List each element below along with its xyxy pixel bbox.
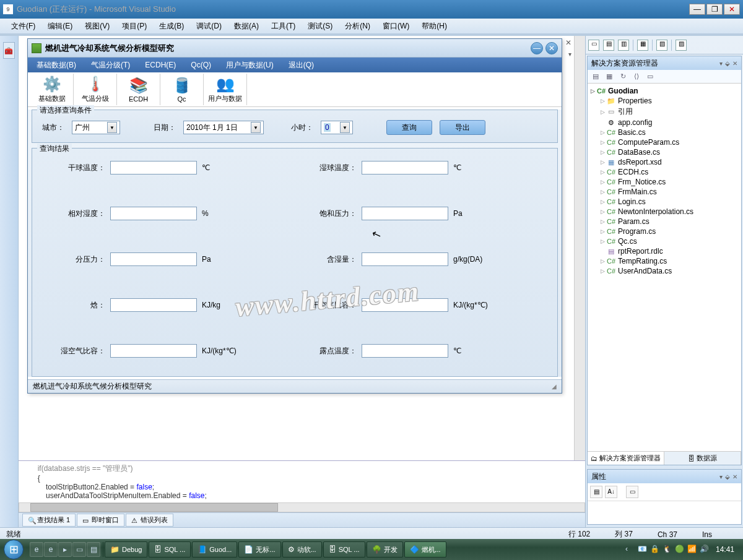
code-editor[interactable]: if(database.strjs == "管理员") { toolStripB… [19,460,585,502]
dropdown-icon[interactable]: ▾ [719,473,723,480]
close-button[interactable]: ✕ [724,4,740,15]
tree-project-node[interactable]: ▷C#Guodian [589,86,740,96]
resize-grip-icon[interactable]: ◢ [552,383,557,390]
tray-icon[interactable]: 📧 [638,545,648,554]
tree-file-node[interactable]: ▷C#ECDH.cs [589,167,740,177]
child-menu-basic-data[interactable]: 基础数据(B) [32,59,81,72]
toolbar-button[interactable]: ▭ [588,40,599,51]
tree-file-node[interactable]: ▷C#NewtonInterpolation.cs [589,207,740,217]
toolbar-button[interactable]: ▨ [676,40,687,51]
child-menu-exit[interactable]: 退出(Q) [284,59,319,72]
toolbar-basic-data[interactable]: ⚙️ 基础数据 [30,74,74,105]
tree-file-node[interactable]: ▷C#Qc.cs [589,236,740,246]
field-input[interactable] [110,207,197,220]
child-menu-qc[interactable]: Qc(Q) [186,59,216,71]
toolbar-button[interactable]: ▥ [618,40,629,51]
taskbar-task-button[interactable]: ⚙动软... [282,541,322,558]
menu-test[interactable]: 测试(S) [303,20,337,33]
menu-help[interactable]: 帮助(H) [417,20,452,33]
properties-icon[interactable]: ▤ [590,72,601,82]
minimize-button[interactable]: — [689,4,705,15]
close-icon[interactable]: ✕ [732,60,737,67]
field-input[interactable] [362,252,448,266]
tray-expand-icon[interactable]: ‹ [625,545,635,554]
tree-file-node[interactable]: ▤rptReport.rdlc [589,246,740,256]
error-list-tab[interactable]: ⚠错误列表 [126,514,173,527]
close-icon[interactable]: ✕ [732,473,737,480]
pin-icon[interactable]: ⬙ [725,60,730,67]
quicklaunch-media[interactable]: ▸ [58,542,72,557]
tree-file-node[interactable]: ▷▦dsReport.xsd [589,157,740,167]
field-input[interactable] [362,344,448,358]
tray-volume-icon[interactable]: 🔊 [700,545,710,554]
toolbar-button[interactable]: ▤ [603,40,614,51]
tray-qq-icon[interactable]: 🐧 [663,545,672,554]
tree-file-node[interactable]: ▷C#DataBase.cs [589,147,740,157]
menu-build[interactable]: 生成(B) [154,20,189,33]
menu-debug[interactable]: 调试(D) [191,20,227,33]
taskbar-task-button[interactable]: 📘Guod... [192,541,237,558]
doc-close-icon[interactable]: ✕ [565,38,571,47]
solution-explorer-tab[interactable]: 🗂解决方案资源管理器 [588,452,664,465]
tree-file-node[interactable]: ▷▭引用 [589,106,740,118]
tree-file-node[interactable]: ▷C#FrmMain.cs [589,187,740,197]
menu-edit[interactable]: 编辑(E) [43,20,77,33]
menu-project[interactable]: 项目(P) [117,20,152,33]
field-input[interactable] [362,161,448,174]
field-input[interactable] [110,161,197,174]
quicklaunch-ie[interactable]: e [30,542,43,557]
show-all-icon[interactable]: ▦ [604,72,615,82]
quicklaunch-switch[interactable]: ▤ [87,542,100,557]
taskbar-task-button[interactable]: 📄无标... [238,541,280,558]
toolbox-tab[interactable]: 🧰 [3,42,15,59]
quicklaunch-explorer[interactable]: e [44,542,58,557]
immediate-window-tab[interactable]: ▭即时窗口 [77,514,124,527]
tray-network-icon[interactable]: 📶 [687,545,697,554]
child-menu-temp-rating[interactable]: 气温分级(T) [86,59,135,72]
child-close-button[interactable]: ✕ [545,42,558,54]
tree-file-node[interactable]: ▷C#Login.cs [589,197,740,207]
menu-file[interactable]: 文件(F) [6,20,40,33]
tree-file-node[interactable]: ▷C#Program.cs [589,226,740,236]
menu-view[interactable]: 视图(V) [80,20,115,33]
field-input[interactable] [110,344,197,358]
taskbar-task-button[interactable]: 🌳开发 [367,541,403,558]
taskbar-task-button[interactable]: 🗄SQL ... [323,541,365,558]
find-results-tab[interactable]: 🔍查找结果 1 [22,514,76,527]
tray-icon[interactable]: 🟢 [675,545,685,554]
tree-file-node[interactable]: ⚙app.config [589,118,740,127]
query-button[interactable]: 查询 [386,120,432,135]
child-titlebar[interactable]: 燃机进气冷却系统气候分析模型研究 — ✕ [28,39,562,58]
tree-file-node[interactable]: ▷📁Properties [589,96,740,106]
refresh-icon[interactable]: ↻ [617,72,628,82]
tree-file-node[interactable]: ▷C#Frm_Notice.cs [589,177,740,187]
tray-icon[interactable]: 🔒 [650,545,660,554]
property-pages-button[interactable]: ▭ [626,486,638,498]
tree-file-node[interactable]: ▷C#UserAndData.cs [589,266,740,276]
maximize-button[interactable]: ❐ [706,4,723,15]
tree-file-node[interactable]: ▷C#Param.cs [589,217,740,226]
city-combo[interactable]: 广州 ▼ [72,121,120,134]
field-input[interactable] [362,207,448,220]
hour-combo[interactable]: 0 ▼ [321,121,353,134]
menu-tools[interactable]: 工具(T) [266,20,300,33]
child-menu-ecdh[interactable]: ECDH(E) [140,59,181,71]
doc-dropdown-icon[interactable]: ▾ [568,51,571,58]
menu-window[interactable]: 窗口(W) [378,20,414,33]
taskbar-task-button[interactable]: 🔷燃机... [404,541,446,558]
toolbar-button[interactable]: ▦ [637,40,648,51]
field-input[interactable] [110,252,197,266]
taskbar-task-button[interactable]: 📁Debug [105,541,147,558]
menu-data[interactable]: 数据(A) [229,20,264,33]
menu-analyze[interactable]: 分析(N) [340,20,375,33]
horizontal-scrollbar[interactable] [19,502,585,512]
field-input[interactable] [110,298,197,312]
pin-icon[interactable]: ⬙ [725,473,730,480]
toolbar-ecdh[interactable]: 📚 ECDH [117,74,160,105]
toolbar-temp-rating[interactable]: 🌡️ 气温分级 [74,74,117,105]
tree-file-node[interactable]: ▷C#Basic.cs [589,127,740,137]
quicklaunch-desktop[interactable]: ▭ [72,542,86,557]
child-minimize-button[interactable]: — [531,42,543,54]
view-designer-icon[interactable]: ▭ [645,72,656,82]
toolbar-user-data[interactable]: 👥 用户与数据 [204,74,247,105]
